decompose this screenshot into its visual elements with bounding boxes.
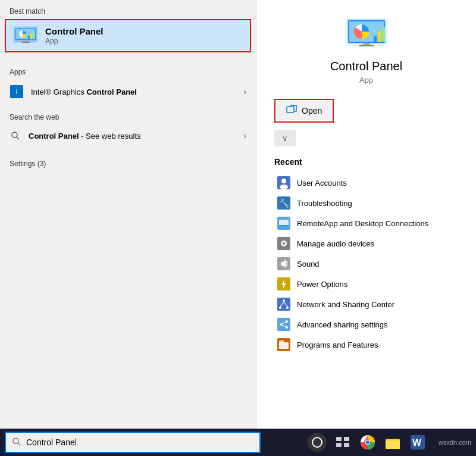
best-match-label: Best match bbox=[0, 0, 256, 19]
search-web-arrow-icon: › bbox=[243, 131, 246, 140]
settings-label: Settings (3) bbox=[0, 152, 256, 171]
chevron-down-icon: ∨ bbox=[282, 134, 288, 143]
user-accounts-icon bbox=[277, 176, 291, 190]
recent-item-troubleshooting[interactable]: 🔧 Troubleshooting bbox=[274, 193, 458, 213]
svg-rect-56 bbox=[336, 437, 342, 441]
search-web-label: Search the web bbox=[0, 106, 256, 125]
recent-item-text: Sound bbox=[297, 260, 320, 268]
search-web-section: Search the web Control Panel - See web r… bbox=[0, 104, 256, 149]
power-icon bbox=[277, 277, 291, 291]
svg-point-25 bbox=[280, 185, 288, 189]
apps-label: Apps bbox=[0, 61, 256, 80]
programs-icon bbox=[277, 338, 291, 352]
open-icon bbox=[286, 105, 297, 117]
audio-icon bbox=[277, 236, 291, 251]
recent-item-text: Power Options bbox=[297, 280, 347, 289]
taskbar-search-icon bbox=[12, 437, 21, 448]
recent-item-text: Network and Sharing Center bbox=[297, 300, 394, 309]
search-web-item[interactable]: Control Panel - See web results › bbox=[0, 125, 256, 146]
svg-rect-6 bbox=[30, 33, 32, 39]
taskbar-search-text: Control Panel bbox=[26, 438, 77, 447]
recent-list: User Accounts 🔧 Troubleshooting bbox=[268, 173, 464, 355]
svg-point-39 bbox=[283, 299, 285, 302]
svg-point-24 bbox=[281, 179, 286, 183]
left-panel: Best match Co bbox=[0, 0, 256, 429]
svg-point-53 bbox=[13, 438, 18, 443]
svg-rect-22 bbox=[287, 107, 294, 113]
svg-rect-9 bbox=[21, 42, 30, 43]
recent-item-audio[interactable]: Manage audio devices bbox=[274, 233, 458, 254]
taskbar: Control Panel bbox=[0, 429, 476, 456]
svg-rect-7 bbox=[33, 32, 35, 39]
svg-point-47 bbox=[286, 326, 288, 329]
expand-button[interactable]: ∨ bbox=[274, 130, 296, 146]
svg-rect-59 bbox=[344, 443, 349, 447]
svg-rect-18 bbox=[378, 31, 381, 42]
open-button[interactable]: Open bbox=[277, 101, 331, 120]
open-button-wrapper: Open bbox=[274, 99, 334, 123]
intel-icon: i bbox=[10, 85, 24, 99]
svg-point-55 bbox=[312, 438, 322, 447]
recent-item-programs[interactable]: Programs and Features bbox=[274, 335, 458, 355]
best-match-text: Control Panel App bbox=[45, 26, 104, 45]
recent-item-text: Manage audio devices bbox=[297, 239, 374, 248]
recent-item-text: Troubleshooting bbox=[297, 199, 352, 208]
svg-rect-65 bbox=[386, 441, 400, 449]
taskbar-word-icon[interactable]: W bbox=[409, 433, 427, 451]
taskbar-taskview-icon[interactable] bbox=[334, 433, 352, 451]
recent-item-remoteapp[interactable]: RemoteApp and Desktop Connections bbox=[274, 213, 458, 233]
svg-point-63 bbox=[366, 441, 369, 444]
taskbar-cortana-icon[interactable] bbox=[308, 433, 327, 452]
svg-line-54 bbox=[18, 443, 20, 445]
svg-rect-5 bbox=[28, 36, 30, 39]
right-control-panel-icon bbox=[345, 18, 388, 51]
recent-item-text: User Accounts bbox=[297, 179, 347, 188]
taskbar-chrome-icon[interactable] bbox=[359, 433, 377, 451]
taskbar-explorer-icon[interactable] bbox=[384, 433, 402, 451]
recent-item-network[interactable]: Network and Sharing Center bbox=[274, 294, 458, 314]
right-panel: Control Panel App Open ∨ Recent bbox=[256, 0, 476, 429]
svg-text:W: W bbox=[412, 438, 422, 448]
svg-point-46 bbox=[286, 320, 288, 323]
search-web-text: Control Panel - See web results bbox=[29, 132, 243, 140]
remoteapp-icon bbox=[277, 216, 291, 230]
taskbar-search-bar[interactable]: Control Panel bbox=[5, 432, 261, 453]
control-panel-icon bbox=[13, 26, 38, 45]
svg-text:🔧: 🔧 bbox=[279, 198, 290, 208]
svg-point-40 bbox=[279, 307, 281, 309]
svg-rect-19 bbox=[382, 27, 385, 42]
sharing-icon bbox=[277, 317, 291, 332]
watermark-text: wsxdn.com bbox=[439, 439, 471, 446]
recent-item-text: Programs and Features bbox=[297, 341, 378, 349]
svg-rect-20 bbox=[363, 43, 370, 45]
best-match-title: Control Panel bbox=[45, 26, 104, 36]
svg-rect-44 bbox=[277, 318, 290, 331]
taskbar-right-icons: W wsxdn.com bbox=[308, 433, 471, 452]
svg-rect-21 bbox=[359, 45, 374, 46]
svg-line-11 bbox=[17, 137, 19, 139]
svg-rect-57 bbox=[344, 437, 349, 441]
svg-rect-17 bbox=[374, 36, 377, 42]
search-web-bold: Control Panel bbox=[29, 132, 79, 140]
intel-arrow-icon: › bbox=[243, 87, 246, 96]
recent-item-power[interactable]: Power Options bbox=[274, 274, 458, 294]
intel-graphics-item[interactable]: i Intel® Graphics Control Panel › bbox=[0, 80, 256, 104]
best-match-item[interactable]: Control Panel App bbox=[5, 19, 251, 52]
svg-rect-58 bbox=[336, 443, 342, 447]
network-icon bbox=[277, 297, 291, 311]
apps-section: Apps i Intel® Graphics Control Panel › bbox=[0, 57, 256, 104]
troubleshooting-icon: 🔧 bbox=[277, 196, 291, 210]
svg-point-10 bbox=[12, 132, 17, 138]
search-web-icon bbox=[10, 130, 21, 142]
search-web-suffix: - See web results bbox=[79, 132, 141, 140]
recent-item-text: RemoteApp and Desktop Connections bbox=[297, 219, 428, 228]
recent-label: Recent bbox=[274, 157, 302, 167]
svg-point-41 bbox=[286, 307, 289, 309]
svg-rect-52 bbox=[279, 341, 284, 343]
open-label: Open bbox=[302, 106, 322, 115]
svg-point-45 bbox=[280, 323, 282, 326]
svg-rect-30 bbox=[279, 225, 289, 226]
recent-item-sound[interactable]: Sound bbox=[274, 254, 458, 274]
recent-item-user-accounts[interactable]: User Accounts bbox=[274, 173, 458, 193]
recent-item-sharing[interactable]: Advanced sharing settings bbox=[274, 314, 458, 335]
